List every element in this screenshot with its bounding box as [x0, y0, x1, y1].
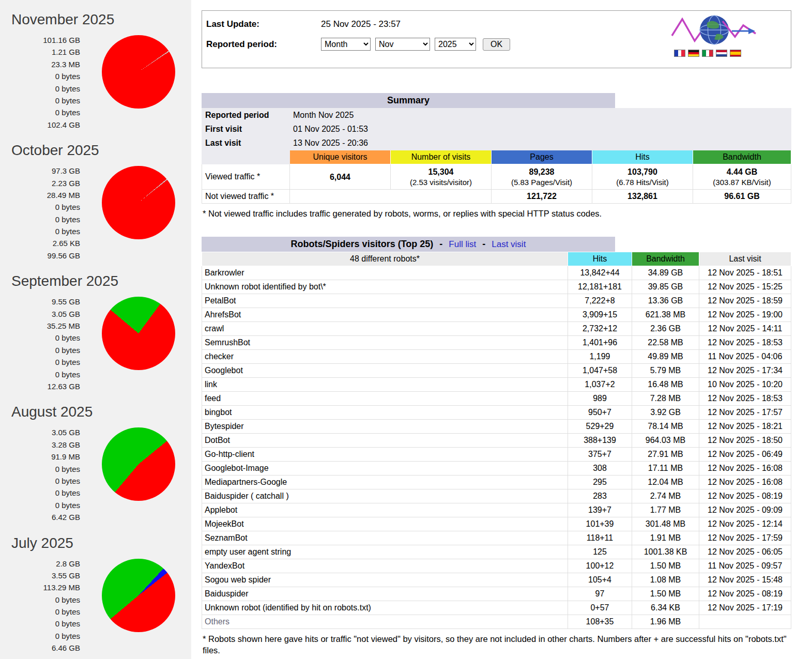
col-number-of-visits: Number of visits [391, 150, 492, 164]
period-month-select[interactable]: Nov [375, 38, 430, 51]
month-summary-block: November 2025 101.16 GB1.21 GB23.3 MB0 b… [0, 11, 191, 131]
month-stat-value: 6.42 GB [0, 511, 80, 523]
robot-name: link [202, 378, 568, 392]
robot-name: empty user agent string [202, 545, 568, 559]
robot-hits: 0+57 [568, 601, 632, 615]
robot-name: Mediapartners-Google [202, 476, 568, 489]
month-stat-value: 0 bytes [0, 369, 80, 380]
robot-row: Baiduspider ( catchall ) 283 2.74 MB 12 … [202, 489, 791, 503]
reported-period-label: Reported period: [206, 39, 321, 50]
month-stats-list: 101.16 GB1.21 GB23.3 MB0 bytes0 bytes0 b… [0, 34, 80, 131]
robot-hits: 1,037+2 [568, 378, 632, 392]
robot-last-visit: 12 Nov 2025 - 19:00 [699, 308, 791, 322]
full-list-link[interactable]: Full list [449, 239, 476, 250]
robot-row: Unknown robot identified by bot\* 12,181… [202, 280, 791, 294]
robot-row: Sogou web spider 105+4 1.08 MB 12 Nov 20… [202, 573, 791, 587]
month-stats-list: 2.8 GB3.55 GB113.29 MB0 bytes0 bytes0 by… [0, 558, 80, 654]
month-stat-value: 0 bytes [0, 606, 80, 618]
robot-row: MojeekBot 101+39 301.48 MB 12 Nov 2025 -… [202, 517, 791, 531]
month-stat-value: 6.46 GB [0, 642, 80, 654]
robot-name: Googlebot-Image [202, 462, 568, 476]
period-unit-select[interactable]: Month [321, 38, 371, 51]
month-stats-row: 3.05 GB3.28 GB91.9 MB0 bytes0 bytes0 byt… [0, 426, 191, 523]
robot-bandwidth: 13.36 GB [632, 294, 699, 308]
robot-hits: 295 [568, 476, 632, 489]
robot-last-visit: 12 Nov 2025 - 08:19 [699, 587, 791, 601]
month-stat-value: 9.55 GB [0, 296, 80, 308]
robot-last-visit: 12 Nov 2025 - 15:48 [699, 573, 791, 587]
robot-hits: 97 [568, 587, 632, 601]
summary-info-row: Last visit 13 Nov 2025 - 20:36 [202, 136, 791, 150]
month-title: October 2025 [11, 142, 191, 159]
robot-last-visit: 12 Nov 2025 - 18:51 [699, 266, 791, 280]
robot-bandwidth: 1.77 MB [632, 503, 699, 517]
robot-row: Googlebot 1,047+58 5.79 MB 12 Nov 2025 -… [202, 364, 791, 378]
col-hits: Hits [592, 150, 693, 164]
ok-button[interactable]: OK [483, 38, 510, 51]
robot-hits: 7,222+8 [568, 294, 632, 308]
language-flag-icon[interactable] [716, 50, 727, 57]
robot-row: Go-http-client 375+7 27.91 MB 12 Nov 202… [202, 448, 791, 462]
robot-bandwidth: 2.36 GB [632, 322, 699, 336]
robot-name: Bytespider [202, 420, 568, 434]
viewed-hits: 103,790(6.78 Hits/Visit) [592, 164, 693, 190]
language-flag-icon[interactable] [730, 50, 741, 57]
robots-title-text: Robots/Spiders visitors (Top 25) [291, 239, 434, 250]
robot-name: MojeekBot [202, 517, 568, 531]
robot-row: Baiduspider 97 1.50 MB 12 Nov 2025 - 08:… [202, 587, 791, 601]
summary-footnote: * Not viewed traffic includes traffic ge… [203, 208, 790, 219]
month-title: August 2025 [11, 404, 191, 420]
language-flag-icon[interactable] [702, 50, 713, 57]
last-visit-link[interactable]: Last visit [492, 239, 526, 250]
robot-last-visit: 11 Nov 2025 - 09:57 [699, 559, 791, 573]
robot-hits: 2,732+12 [568, 322, 632, 336]
robot-last-visit: 12 Nov 2025 - 17:59 [699, 531, 791, 545]
period-year-select[interactable]: 2025 [435, 38, 476, 51]
robots-header-row: 48 different robots* Hits Bandwidth Last… [202, 252, 791, 266]
month-stat-value: 0 bytes [0, 213, 80, 225]
month-summary-block: July 2025 2.8 GB3.55 GB113.29 MB0 bytes0… [0, 535, 191, 654]
month-stat-value: 1.21 GB [0, 46, 80, 58]
robot-row: Applebot 139+7 1.77 MB 12 Nov 2025 - 09:… [202, 503, 791, 517]
month-stats-row: 101.16 GB1.21 GB23.3 MB0 bytes0 bytes0 b… [0, 34, 191, 131]
robot-hits: 12,181+181 [568, 280, 632, 294]
robot-hits: 1,401+96 [568, 336, 632, 350]
robot-name: Googlebot [202, 364, 568, 378]
month-stat-value: 0 bytes [0, 618, 80, 630]
month-summary-block: October 2025 97.3 GB2.23 GB28.49 MB0 byt… [0, 142, 191, 262]
not-viewed-traffic-row: Not viewed traffic * 121,722 132,861 96.… [202, 190, 791, 204]
robots-table: 48 different robots* Hits Bandwidth Last… [202, 252, 791, 629]
robot-last-visit: 12 Nov 2025 - 16:08 [699, 462, 791, 476]
robot-hits: 375+7 [568, 448, 632, 462]
robot-hits: 950+7 [568, 406, 632, 420]
month-stat-value: 35.25 MB [0, 320, 80, 332]
robot-last-visit: 11 Nov 2025 - 04:06 [699, 350, 791, 364]
globe-logo-icon [671, 14, 757, 46]
summary-section-title: Summary [202, 93, 615, 108]
month-traffic-pie-chart [102, 559, 175, 632]
viewed-pages: 89,238(5.83 Pages/Visit) [492, 164, 592, 190]
robot-row: Unknown robot (identified by hit on robo… [202, 601, 791, 615]
month-stat-value: 2.23 GB [0, 177, 80, 189]
month-title: November 2025 [11, 11, 191, 28]
last-update-value: 25 Nov 2025 - 23:57 [321, 19, 401, 29]
month-stat-value: 0 bytes [0, 95, 80, 106]
robot-last-visit [699, 615, 791, 629]
month-stat-value: 0 bytes [0, 356, 80, 368]
robot-row: Bytespider 529+29 78.14 MB 12 Nov 2025 -… [202, 420, 791, 434]
language-flags [674, 50, 759, 57]
not-viewed-pages: 121,722 [492, 190, 592, 204]
col-hits: Hits [568, 252, 632, 266]
robots-section-title: Robots/Spiders visitors (Top 25) - Full … [202, 237, 615, 252]
month-stats-list: 97.3 GB2.23 GB28.49 MB0 bytes0 bytes0 by… [0, 165, 80, 262]
month-stat-value: 0 bytes [0, 332, 80, 344]
language-flag-icon[interactable] [688, 50, 699, 57]
month-stat-value: 0 bytes [0, 344, 80, 356]
robot-bandwidth: 27.91 MB [632, 448, 699, 462]
language-flag-icon[interactable] [674, 50, 685, 57]
robot-row: YandexBot 100+12 1.50 MB 11 Nov 2025 - 0… [202, 559, 791, 573]
robot-row: feed 989 7.28 MB 12 Nov 2025 - 18:53 [202, 392, 791, 406]
month-stat-value: 101.16 GB [0, 34, 80, 46]
separator: - [439, 239, 442, 250]
not-viewed-bandwidth: 96.61 GB [693, 190, 791, 204]
